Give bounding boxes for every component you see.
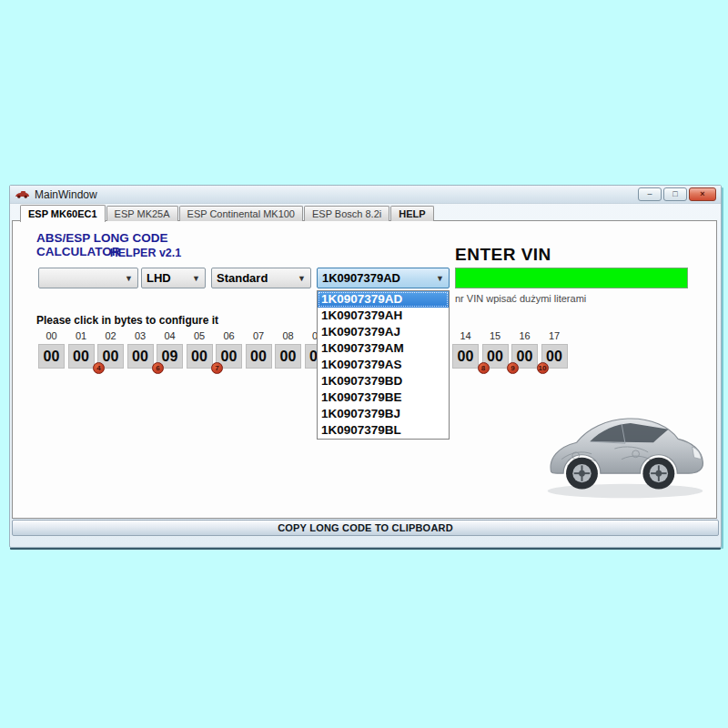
tab-label: ESP Bosch 8.2i: [312, 208, 381, 219]
byte-step-badge: 6: [152, 362, 164, 374]
byte-index-label: 07: [253, 330, 264, 344]
byte-value-box[interactable]: 00: [275, 344, 301, 369]
tab-label: HELP: [399, 208, 425, 219]
byte-index-label: 14: [460, 330, 470, 344]
byte-value-box[interactable]: 00: [68, 344, 95, 369]
byte-step-badge: 9: [507, 362, 519, 374]
byte-step-badge: 8: [478, 362, 490, 374]
vin-input[interactable]: [455, 268, 688, 288]
part-number-option-label: 1K0907379AH: [321, 308, 402, 322]
minimize-button[interactable]: –: [638, 187, 662, 201]
byte-cell: 14 00: [452, 330, 479, 369]
copy-long-code-button-label: COPY LONG CODE TO CLIPBOARD: [278, 522, 453, 533]
tab[interactable]: ESP Bosch 8.2i: [304, 206, 389, 221]
byte-value-box[interactable]: 00: [127, 344, 154, 369]
part-number-option-label: 1K0907379AM: [321, 341, 404, 355]
app-car-icon: [15, 189, 30, 200]
part-number-option[interactable]: 1K0907379AS: [318, 357, 449, 373]
chevron-down-icon: ▼: [125, 274, 133, 283]
byte-index-label: 08: [282, 330, 293, 344]
part-number-option-label: 1K0907379BJ: [321, 407, 400, 420]
title-bar[interactable]: MainWindow – □ ×: [10, 186, 721, 204]
chevron-down-icon: ▼: [192, 274, 200, 283]
byte-index-label: 06: [223, 330, 234, 344]
part-number-select-value: 1K0907379AD: [322, 271, 400, 285]
byte-index-label: 03: [135, 330, 146, 344]
byte-value-box[interactable]: 00: [187, 344, 213, 369]
tab[interactable]: ESP MK60EC1: [20, 205, 106, 222]
part-number-option[interactable]: 1K0907379AM: [318, 340, 449, 357]
tab-strip: ESP MK60EC1 ESP MK25A ESP Continental MK…: [20, 204, 434, 221]
byte-index-label: 00: [46, 330, 56, 344]
tab-label: ESP MK25A: [115, 208, 170, 219]
bytes-instruction: Please click in bytes to configure it: [36, 314, 218, 327]
copy-long-code-button[interactable]: COPY LONG CODE TO CLIPBOARD: [12, 520, 719, 536]
byte-cell: 00 00: [38, 330, 65, 369]
tab[interactable]: ESP Continental MK100: [179, 206, 303, 221]
part-number-option[interactable]: 1K0907379BL: [318, 422, 449, 439]
tab-label: ESP MK60EC1: [28, 208, 97, 219]
window-controls: – □ ×: [638, 187, 716, 201]
byte-cell: 15 00 8: [482, 330, 509, 369]
drive-select[interactable]: LHD ▼: [141, 268, 206, 288]
byte-cell: 16 00 9: [511, 330, 538, 369]
byte-cell: 05 00: [187, 330, 213, 369]
part-number-option[interactable]: 1K0907379BD: [318, 373, 449, 389]
part-number-option[interactable]: 1K0907379BJ: [318, 406, 449, 422]
part-number-option[interactable]: 1K0907379AJ: [318, 324, 449, 340]
chevron-down-icon: ▼: [436, 274, 444, 283]
byte-cell: 17 00 10: [541, 330, 568, 369]
close-icon: ×: [700, 190, 704, 198]
byte-value-box[interactable]: 00: [452, 344, 479, 369]
byte-index-label: 16: [519, 330, 530, 344]
byte-value-box[interactable]: 00: [246, 344, 272, 369]
byte-cell: 03 00: [127, 330, 154, 369]
maximize-icon: □: [672, 190, 677, 198]
maximize-button[interactable]: □: [663, 187, 687, 201]
car-image: [537, 390, 713, 507]
enter-vin-label: ENTER VIN: [455, 245, 551, 265]
byte-value-box[interactable]: 00: [38, 344, 65, 369]
part-number-option[interactable]: 1K0907379BE: [318, 389, 449, 406]
part-number-option-label: 1K0907379AD: [321, 292, 402, 306]
part-number-option[interactable]: 1K0907379AD: [318, 291, 449, 308]
vin-hint: nr VIN wpisać dużymi literami: [455, 293, 586, 304]
byte-index-label: 17: [549, 330, 560, 344]
byte-cell: 07 00: [246, 330, 272, 369]
desktop-background: MainWindow – □ × ESP MK60EC1: [0, 0, 728, 728]
byte-step-badge: 4: [93, 362, 105, 374]
tab-label: ESP Continental MK100: [187, 208, 295, 219]
byte-index-label: 05: [194, 330, 205, 344]
byte-index-label: 04: [164, 330, 175, 344]
byte-step-badge: 7: [211, 362, 223, 374]
part-number-select[interactable]: 1K0907379AD ▼: [317, 268, 450, 288]
byte-step-badge: 10: [537, 362, 549, 374]
byte-cell: 08 00: [275, 330, 301, 369]
byte-index-label: 02: [105, 330, 116, 344]
part-number-dropdown-list: 1K0907379AD 1K0907379AH 1K0907379AJ 1K09…: [317, 290, 450, 440]
part-number-option-label: 1K0907379BL: [321, 423, 401, 437]
minimize-icon: –: [647, 190, 652, 198]
variant-select[interactable]: Standard ▼: [211, 268, 311, 288]
tab-page: ABS/ESP LONG CODE CALCULATOR HELPER v2.1…: [12, 220, 717, 519]
byte-cell: 01 00: [68, 330, 95, 369]
byte-index-label: 01: [76, 330, 86, 344]
byte-cell: 02 00 4: [97, 330, 124, 369]
close-button[interactable]: ×: [689, 187, 716, 201]
part-number-option-label: 1K0907379BE: [321, 390, 402, 404]
part-number-option-label: 1K0907379AS: [321, 358, 402, 371]
tab[interactable]: ESP MK25A: [106, 206, 178, 221]
model-select[interactable]: ▼: [38, 268, 138, 288]
part-number-option[interactable]: 1K0907379AH: [318, 308, 449, 324]
main-window: MainWindow – □ × ESP MK60EC1: [9, 185, 722, 548]
window-title: MainWindow: [35, 188, 97, 201]
page-subtitle: HELPER v2.1: [36, 247, 255, 259]
byte-cell: 06 00 7: [216, 330, 242, 369]
drive-select-value: LHD: [147, 271, 171, 285]
byte-cell: 04 09 6: [157, 330, 183, 369]
part-number-option-label: 1K0907379BD: [321, 374, 402, 388]
tab[interactable]: HELP: [390, 206, 433, 221]
part-number-option-label: 1K0907379AJ: [321, 325, 400, 339]
variant-select-value: Standard: [217, 271, 268, 285]
chevron-down-icon: ▼: [298, 274, 306, 283]
